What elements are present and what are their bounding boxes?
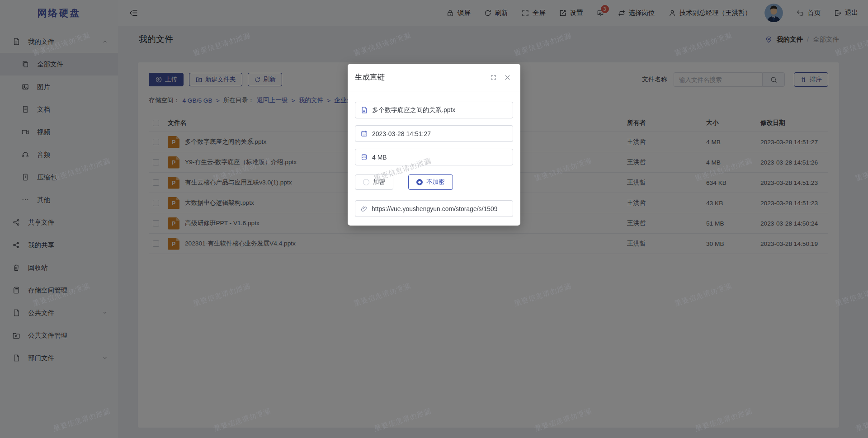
radio-icon	[363, 179, 369, 185]
link-file-name-field[interactable]: 多个数字底座之间的关系.pptx	[355, 102, 513, 118]
modal-body: 多个数字底座之间的关系.pptx 2023-03-28 14:51:27 4 M…	[348, 91, 520, 226]
database-icon	[360, 153, 368, 161]
link-size-field[interactable]: 4 MB	[355, 149, 513, 165]
calendar-icon	[360, 130, 368, 137]
maximize-icon[interactable]	[490, 74, 497, 81]
paperclip-icon	[360, 205, 368, 212]
generate-link-modal: 生成直链 多个数字底座之间的关系.pptx 2023-03-28 14:51:2…	[348, 64, 520, 226]
direct-link-value: https://vue.youshengyun.com/storage/s/15…	[372, 205, 498, 212]
encrypt-label: 加密	[373, 178, 385, 186]
link-file-name-value: 多个数字底座之间的关系.pptx	[372, 106, 455, 114]
modal-title: 生成直链	[355, 72, 385, 82]
no-encrypt-radio[interactable]: 不加密	[408, 174, 453, 190]
link-size-value: 4 MB	[372, 154, 387, 161]
radio-icon	[416, 179, 423, 185]
direct-link-field[interactable]: https://vue.youshengyun.com/storage/s/15…	[355, 200, 513, 217]
encrypt-radio[interactable]: 加密	[355, 174, 393, 190]
link-modified-value: 2023-03-28 14:51:27	[372, 130, 431, 137]
file-icon	[360, 106, 368, 114]
modal-header: 生成直链	[348, 64, 520, 91]
close-icon[interactable]	[504, 74, 511, 81]
encrypt-options: 加密 不加密	[355, 174, 513, 190]
no-encrypt-label: 不加密	[426, 178, 445, 186]
link-modified-field[interactable]: 2023-03-28 14:51:27	[355, 125, 513, 142]
